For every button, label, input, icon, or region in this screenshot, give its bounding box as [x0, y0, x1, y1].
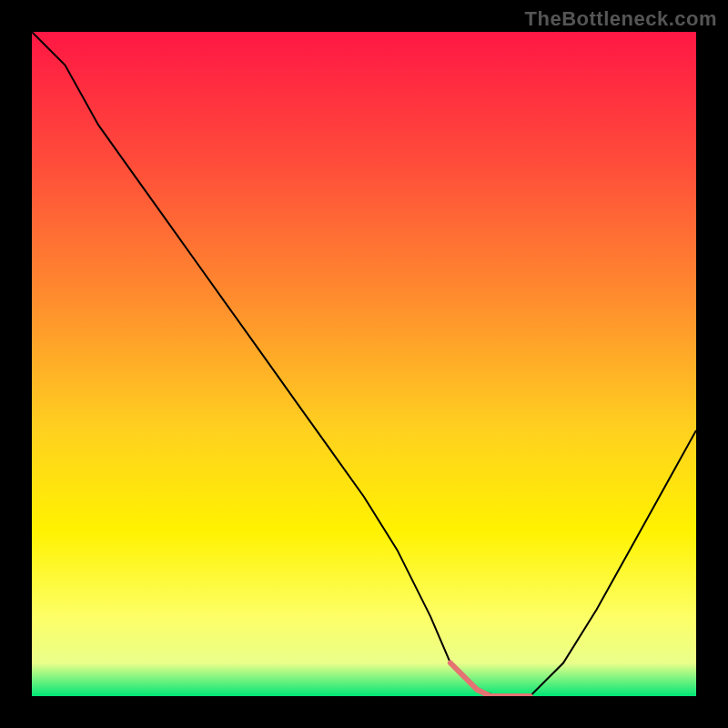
chart-container: TheBottleneck.com: [0, 0, 728, 728]
curve-overlay: [32, 32, 696, 696]
watermark-text: TheBottleneck.com: [525, 7, 717, 31]
highlight-min-curve: [450, 663, 531, 697]
main-curve: [32, 32, 696, 696]
plot-area: [32, 32, 696, 696]
